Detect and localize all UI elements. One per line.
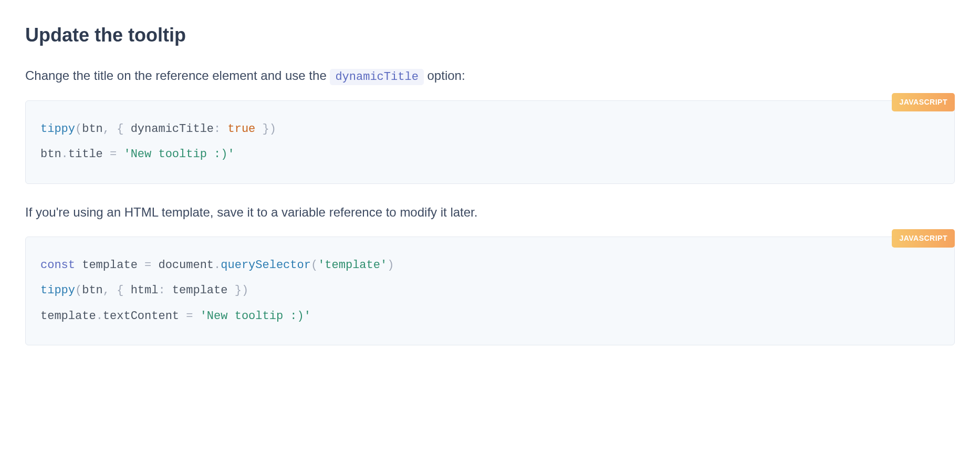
code-block-2-wrapper: JAVASCRIPT const template = document.que… xyxy=(25,237,955,345)
code-token: , xyxy=(103,122,110,136)
code-token: tippy xyxy=(40,284,75,297)
language-badge: JAVASCRIPT xyxy=(892,93,955,111)
code-token: true xyxy=(227,122,255,136)
code-token: btn xyxy=(82,284,103,297)
code-token xyxy=(110,122,117,136)
para1-text-after: option: xyxy=(424,68,465,83)
code-token: . xyxy=(61,148,68,161)
code-token: = xyxy=(186,310,193,323)
inline-code-dynamictitle: dynamicTitle xyxy=(330,69,423,85)
code-token xyxy=(193,310,200,323)
section-heading: Update the tooltip xyxy=(25,21,955,49)
code-block-1[interactable]: tippy(btn, { dynamicTitle: true }) btn.t… xyxy=(25,100,955,184)
code-token: btn xyxy=(40,148,61,161)
code-block-1-wrapper: JAVASCRIPT tippy(btn, { dynamicTitle: tr… xyxy=(25,100,955,184)
code-token: 'template' xyxy=(318,259,387,272)
code-token: ) xyxy=(387,259,394,272)
code-token: template xyxy=(75,259,144,272)
code-token: html xyxy=(123,284,158,297)
code-token: ( xyxy=(75,122,82,136)
code-token: { xyxy=(117,284,123,297)
code-token: = xyxy=(110,148,117,161)
code-token: document xyxy=(151,259,214,272)
language-badge: JAVASCRIPT xyxy=(892,229,955,248)
code-token xyxy=(110,284,117,297)
code-token: . xyxy=(214,259,221,272)
code-token: = xyxy=(144,259,151,272)
code-token: template xyxy=(165,284,235,297)
code-token: } xyxy=(235,284,242,297)
code-token: textContent xyxy=(103,310,186,323)
paragraph-template-note: If you're using an HTML template, save i… xyxy=(25,203,955,222)
para1-text-before: Change the title on the reference elemen… xyxy=(25,68,330,83)
code-token: , xyxy=(103,284,110,297)
code-token: btn xyxy=(82,122,103,136)
code-token: ) xyxy=(242,284,248,297)
code-token: : xyxy=(214,122,221,136)
code-token: title xyxy=(68,148,110,161)
code-token xyxy=(255,122,262,136)
code-block-2[interactable]: const template = document.querySelector(… xyxy=(25,237,955,345)
code-token: : xyxy=(158,284,165,297)
code-token xyxy=(221,122,227,136)
code-token: 'New tooltip :)' xyxy=(123,148,234,161)
code-token: ) xyxy=(269,122,276,136)
code-token: 'New tooltip :)' xyxy=(200,310,311,323)
code-token: ( xyxy=(311,259,318,272)
code-token: querySelector xyxy=(221,259,311,272)
code-token: { xyxy=(117,122,123,136)
code-token: tippy xyxy=(40,122,75,136)
paragraph-intro: Change the title on the reference elemen… xyxy=(25,66,955,86)
code-token: dynamicTitle xyxy=(123,122,214,136)
code-token: const xyxy=(40,259,75,272)
code-token: ( xyxy=(75,284,82,297)
code-token: } xyxy=(263,122,269,136)
code-token xyxy=(117,148,123,161)
code-token: template xyxy=(40,310,96,323)
code-token: . xyxy=(96,310,103,323)
